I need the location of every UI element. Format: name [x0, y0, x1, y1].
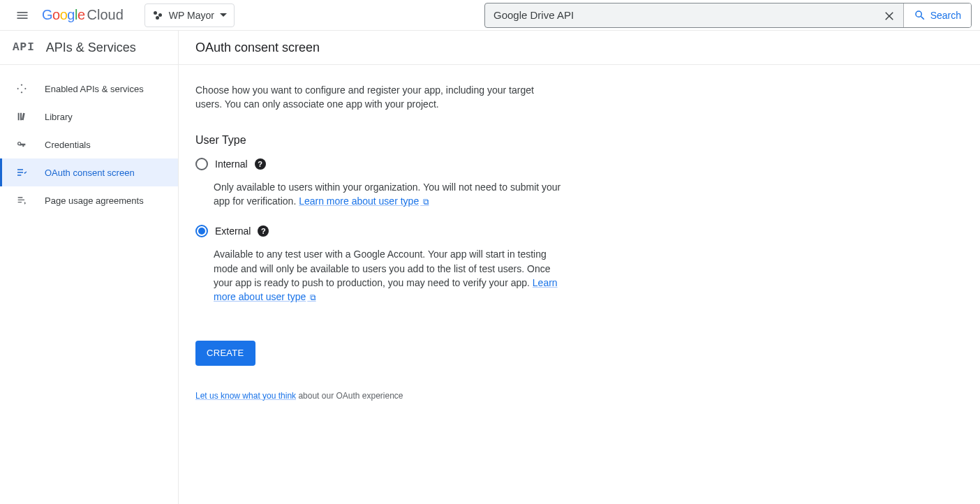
sidebar-item-library[interactable]: Library	[0, 103, 178, 131]
feedback-text: about our OAuth experience	[296, 391, 403, 401]
google-logo-text: Google	[42, 7, 85, 23]
learn-more-link[interactable]: Learn more about user type ⧉	[299, 195, 429, 207]
sidebar-item-label: Enabled APIs & services	[45, 84, 144, 94]
feedback-line: Let us know what you think about our OAu…	[195, 391, 963, 401]
main-content: Choose how you want to configure and reg…	[179, 65, 980, 504]
feedback-link[interactable]: Let us know what you think	[195, 391, 296, 401]
sidebar: Enabled APIs & services Library Credenti…	[0, 65, 179, 504]
radio-internal-desc: Only available to users within your orga…	[214, 180, 563, 209]
help-icon[interactable]: ?	[258, 225, 269, 237]
radio-external-desc: Available to any test user with a Google…	[214, 247, 563, 304]
topbar: Google Cloud WP Mayor Search	[0, 0, 980, 31]
radio-icon[interactable]	[195, 158, 208, 170]
radio-internal-label: Internal	[215, 158, 248, 170]
project-icon	[152, 10, 163, 21]
brand-logo[interactable]: Google Cloud	[42, 7, 139, 23]
library-icon	[15, 110, 28, 123]
text: Available to any test user with a Google…	[214, 249, 551, 288]
menu-icon[interactable]	[8, 1, 36, 29]
chevron-down-icon	[220, 13, 227, 17]
help-icon[interactable]: ?	[255, 158, 266, 170]
sidebar-item-label: OAuth consent screen	[45, 168, 135, 178]
grid-icon	[15, 82, 28, 95]
sidebar-item-label: Page usage agreements	[45, 195, 144, 206]
sidebar-item-page-usage-agreements[interactable]: Page usage agreements	[0, 186, 178, 214]
radio-internal[interactable]: Internal ?	[195, 158, 963, 170]
section-title: APIs & Services	[46, 40, 136, 55]
sidebar-item-label: Credentials	[45, 140, 91, 150]
sidebar-item-credentials[interactable]: Credentials	[0, 131, 178, 158]
radio-external-label: External	[215, 225, 251, 237]
subheader: API APIs & Services OAuth consent screen	[0, 31, 980, 65]
search-button-label: Search	[930, 10, 961, 21]
project-picker[interactable]: WP Mayor	[144, 3, 235, 27]
sidebar-item-label: Library	[45, 112, 73, 122]
document-icon	[15, 194, 28, 207]
external-link-icon: ⧉	[420, 197, 429, 207]
intro-text: Choose how you want to configure and reg…	[195, 83, 544, 112]
text: Learn more about user type	[299, 195, 419, 207]
search-icon	[914, 9, 926, 22]
search-input[interactable]	[485, 9, 875, 21]
sidebar-item-oauth-consent[interactable]: OAuth consent screen	[0, 158, 178, 186]
brand-product: Cloud	[87, 7, 124, 23]
api-icon: API	[13, 41, 35, 54]
external-link-icon: ⧉	[307, 292, 315, 302]
user-type-heading: User Type	[195, 134, 963, 147]
consent-icon	[15, 166, 28, 179]
page-title: OAuth consent screen	[195, 40, 320, 55]
key-icon	[15, 138, 28, 151]
searchbox: Search	[484, 3, 972, 28]
search-button[interactable]: Search	[903, 3, 971, 27]
radio-external[interactable]: External ?	[195, 225, 963, 237]
project-name: WP Mayor	[169, 10, 214, 21]
sidebar-item-enabled-apis[interactable]: Enabled APIs & services	[0, 75, 178, 103]
radio-icon[interactable]	[195, 225, 208, 237]
close-icon[interactable]	[875, 3, 903, 28]
section-heading: API APIs & Services	[0, 31, 179, 64]
create-button[interactable]: CREATE	[195, 341, 255, 366]
